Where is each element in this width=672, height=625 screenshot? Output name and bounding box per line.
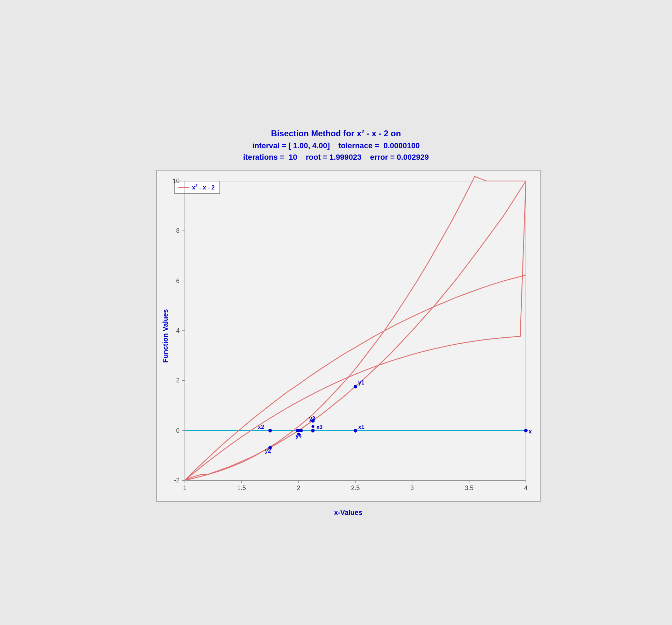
y3-point [311,419,315,423]
x-end-point [524,429,527,432]
svg-text:1: 1 [183,484,186,491]
title-line1: Bisection Method for x2 - x - 2 on [243,127,429,140]
title-block: Bisection Method for x2 - x - 2 on inter… [243,127,429,163]
svg-text:4: 4 [524,484,527,491]
y4-point [297,433,300,436]
svg-text:2: 2 [176,377,180,384]
svg-text:4: 4 [176,327,180,334]
figure-container: Bisection Method for x2 - x - 2 on inter… [130,120,542,505]
svg-text:1.5: 1.5 [237,484,246,491]
cluster-point-3 [296,429,298,432]
function-curve-precise [185,181,526,480]
svg-text:0: 0 [176,427,180,434]
function-curve [185,275,526,481]
svg-text:-2: -2 [174,477,180,484]
function-curve-final [185,181,526,480]
x3-point [311,429,315,432]
title-line3: iterations = 10 root = 1.999023 error = … [243,151,429,163]
x3-label: x3 [316,424,323,430]
svg-text:8: 8 [176,227,180,234]
title-line2: interval = [ 1.00, 4.00] tolernace = 0.0… [243,140,429,151]
y2-point [268,446,272,450]
svg-text:3: 3 [410,484,414,491]
function-curve-correct [185,177,526,480]
svg-text:2: 2 [297,484,300,491]
svg-text:6: 6 [176,278,180,285]
svg-text:3.5: 3.5 [465,484,474,491]
plot-svg: 1 1.5 2 2.5 3 3.5 4 [157,171,540,501]
x-axis-label: x-Values [334,509,362,517]
y3-curve-point [311,425,314,428]
x2-label: x2 [258,424,264,430]
y-axis-label: Function Values [161,309,169,362]
x1-label: x1 [358,424,364,430]
plot-area: x2 - x - 2 1 [156,170,541,502]
y1-label: y1 [358,380,364,386]
x1-point [353,429,357,432]
x2-point [268,429,272,432]
x-end-label: x [528,429,532,434]
cluster-point-4 [298,429,301,432]
y1-point [353,385,357,388]
svg-text:10: 10 [173,178,180,185]
svg-text:2.5: 2.5 [351,484,360,491]
